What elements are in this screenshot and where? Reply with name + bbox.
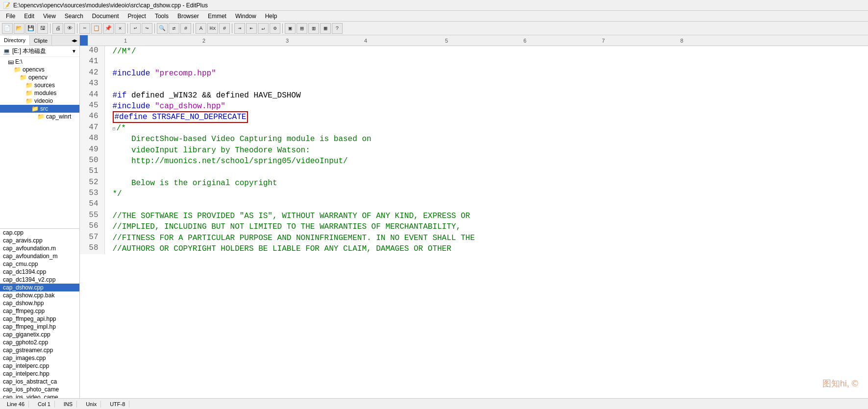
- line-content[interactable]: [104, 79, 868, 90]
- file-item[interactable]: cap_cmu.cpp: [0, 260, 79, 268]
- panel-arrow[interactable]: ◀▶: [70, 37, 79, 45]
- file-item[interactable]: cap_avfoundation.m: [0, 244, 79, 252]
- file-item[interactable]: cap_ios_abstract_ca: [0, 378, 79, 385]
- line-content[interactable]: //AUTHORS OR COPYRIGHT HOLDERS BE LIABLE…: [104, 243, 868, 254]
- toolbar-wrap[interactable]: ↵: [258, 23, 269, 34]
- file-item[interactable]: cap_gphoto2.cpp: [0, 338, 79, 346]
- status-line: Line 46: [3, 401, 29, 408]
- menu-item-search[interactable]: Search: [61, 12, 87, 21]
- toolbar-save[interactable]: 💾: [25, 23, 36, 34]
- toolbar-win4[interactable]: ▦: [320, 23, 331, 34]
- table-row: 56//IMPLIED, INCLUDING BUT NOT LIMITED T…: [80, 221, 868, 232]
- toolbar-help[interactable]: ?: [332, 23, 343, 34]
- line-content[interactable]: [104, 57, 868, 68]
- fold-button[interactable]: ⊟: [113, 126, 116, 132]
- toolbar-new[interactable]: 📄: [2, 23, 13, 34]
- toolbar-b3[interactable]: #: [219, 23, 230, 34]
- line-content[interactable]: #include "cap_dshow.hpp": [104, 101, 868, 112]
- file-item[interactable]: cap_dc1394.cpp: [0, 268, 79, 276]
- line-content[interactable]: Below is the original copyright: [104, 178, 868, 189]
- toolbar-settings[interactable]: ⚙: [270, 23, 280, 34]
- tree-item-sources[interactable]: 📁 sources: [0, 81, 79, 89]
- toolbar-search[interactable]: 🔍: [157, 23, 168, 34]
- drive-selector[interactable]: 💻 [E:] 本地磁盘 ▼: [0, 46, 79, 57]
- toolbar-redo[interactable]: ↪: [142, 23, 152, 34]
- file-item[interactable]: cap_dshow.hpp: [0, 299, 79, 307]
- file-item[interactable]: cap.cpp: [0, 229, 79, 237]
- file-item[interactable]: cap_ffmpeg_impl.hp: [0, 323, 79, 331]
- toolbar-indent[interactable]: ⇥: [234, 23, 245, 34]
- toolbar-paste[interactable]: 📌: [103, 23, 114, 34]
- menu-item-browser[interactable]: Browser: [174, 12, 203, 21]
- toolbar-outdent[interactable]: ⇤: [246, 23, 257, 34]
- title-text: E:\opencvs\opencv\sources\modules\videoi…: [13, 2, 208, 9]
- toolbar-save-all[interactable]: 🖫: [37, 23, 48, 34]
- file-item[interactable]: cap_ffmpeg.cpp: [0, 307, 79, 315]
- menu-item-window[interactable]: Window: [231, 12, 260, 21]
- line-number: 43: [80, 79, 104, 90]
- file-item[interactable]: cap_ffmpeg_api.hpp: [0, 315, 79, 323]
- file-item[interactable]: cap_dshow.cpp: [0, 284, 79, 291]
- file-list: cap.cppcap_aravis.cppcap_avfoundation.mc…: [0, 228, 79, 398]
- file-item[interactable]: cap_avfoundation_m: [0, 252, 79, 260]
- line-content[interactable]: //FITNESS FOR A PARTICULAR PURPOSE AND N…: [104, 233, 868, 243]
- toolbar-b2[interactable]: Hx: [207, 23, 218, 34]
- line-content[interactable]: //M*/: [104, 46, 868, 57]
- toolbar-win2[interactable]: ▤: [297, 23, 307, 34]
- toolbar-print[interactable]: 🖨: [52, 23, 63, 34]
- code-editor[interactable]: 40//M*/41 42#include "precomp.hpp"43 44#…: [80, 46, 868, 398]
- toolbar-b1[interactable]: A: [196, 23, 206, 34]
- file-item[interactable]: cap_dc1394_v2.cpp: [0, 276, 79, 284]
- menu-item-help[interactable]: Help: [261, 12, 281, 21]
- menu-item-view[interactable]: View: [39, 12, 60, 21]
- file-item[interactable]: cap_intelperc.hpp: [0, 370, 79, 378]
- line-content[interactable]: #define STRSAFE_NO_DEPRECATE: [104, 112, 868, 122]
- tab-directory[interactable]: Directory: [0, 35, 30, 46]
- file-item[interactable]: cap_images.cpp: [0, 354, 79, 362]
- line-content[interactable]: http://muonics.net/school/spring05/video…: [104, 156, 868, 167]
- tree-item-opencvs[interactable]: 📁 opencvs: [0, 66, 79, 73]
- file-item[interactable]: cap_giganetix.cpp: [0, 331, 79, 338]
- line-content[interactable]: [104, 199, 868, 210]
- toolbar-copy[interactable]: 📋: [91, 23, 102, 34]
- tree-item-videoio[interactable]: 📁 videoio: [0, 97, 79, 105]
- menu-item-edit[interactable]: Edit: [20, 12, 38, 21]
- toolbar-undo[interactable]: ↩: [130, 23, 141, 34]
- file-item[interactable]: cap_gstreamer.cpp: [0, 346, 79, 354]
- line-content[interactable]: [104, 167, 868, 177]
- line-content[interactable]: //THE SOFTWARE IS PROVIDED "AS IS", WITH…: [104, 211, 868, 221]
- line-content[interactable]: videoInput library by Theodore Watson:: [104, 145, 868, 156]
- tree-item-cap-winrt[interactable]: 📁 cap_winrt: [0, 113, 79, 120]
- toolbar-delete[interactable]: ✕: [115, 23, 125, 34]
- line-content[interactable]: ⊟/*: [104, 123, 868, 134]
- tab-clipte[interactable]: Clipte: [30, 35, 52, 46]
- file-item[interactable]: cap_ios_photo_came: [0, 385, 79, 393]
- status-unix: Unix: [82, 401, 101, 408]
- menu-item-emmet[interactable]: Emmet: [204, 12, 230, 21]
- file-item[interactable]: cap_intelperc.cpp: [0, 362, 79, 370]
- tree-item-drive[interactable]: 🖴 E:\: [0, 58, 79, 66]
- file-item[interactable]: cap_dshow.cpp.bak: [0, 291, 79, 299]
- menu-item-tools[interactable]: Tools: [151, 12, 173, 21]
- menu-item-document[interactable]: Document: [88, 12, 123, 21]
- toolbar-replace[interactable]: ⇄: [169, 23, 179, 34]
- table-row: 49 videoInput library by Theodore Watson…: [80, 145, 868, 156]
- tree-item-src[interactable]: 📁 src: [0, 105, 79, 113]
- menu-item-project[interactable]: Project: [124, 12, 150, 21]
- toolbar-goto[interactable]: #: [180, 23, 191, 34]
- line-content[interactable]: #include "precomp.hpp": [104, 68, 868, 79]
- toolbar-win1[interactable]: ▣: [285, 23, 296, 34]
- line-content[interactable]: */: [104, 189, 868, 199]
- toolbar-cut[interactable]: ✂: [79, 23, 90, 34]
- toolbar-open[interactable]: 📂: [14, 23, 25, 34]
- menu-item-file[interactable]: File: [2, 12, 19, 21]
- line-content[interactable]: //IMPLIED, INCLUDING BUT NOT LIMITED TO …: [104, 221, 868, 232]
- toolbar-preview[interactable]: 👁: [64, 23, 75, 34]
- tree-item-modules[interactable]: 📁 modules: [0, 89, 79, 97]
- toolbar-win3[interactable]: ▥: [308, 23, 319, 34]
- line-content[interactable]: DirectShow-based Video Capturing module …: [104, 134, 868, 144]
- file-item[interactable]: cap_aravis.cpp: [0, 237, 79, 244]
- tree-item-opencv[interactable]: 📁 opencv: [0, 73, 79, 81]
- line-content[interactable]: #if defined _WIN32 && defined HAVE_DSHOW: [104, 90, 868, 101]
- file-item[interactable]: cap_ios_video_came: [0, 393, 79, 398]
